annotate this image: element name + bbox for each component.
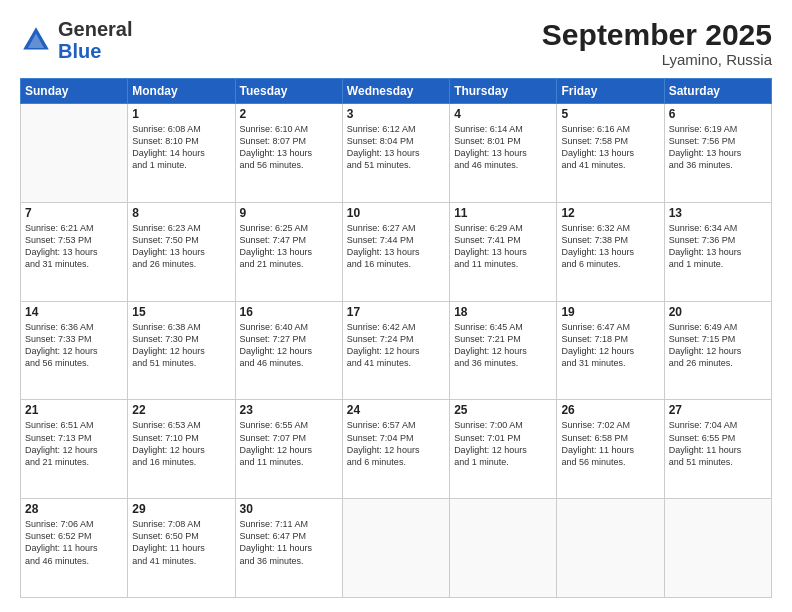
calendar-table: Sunday Monday Tuesday Wednesday Thursday… <box>20 78 772 598</box>
day-number: 25 <box>454 403 552 417</box>
day-number: 14 <box>25 305 123 319</box>
day-number: 6 <box>669 107 767 121</box>
day-number: 24 <box>347 403 445 417</box>
day-number: 28 <box>25 502 123 516</box>
day-info: Sunrise: 6:19 AM Sunset: 7:56 PM Dayligh… <box>669 123 767 172</box>
day-info: Sunrise: 6:49 AM Sunset: 7:15 PM Dayligh… <box>669 321 767 370</box>
col-wednesday: Wednesday <box>342 79 449 104</box>
day-number: 10 <box>347 206 445 220</box>
calendar-cell: 19Sunrise: 6:47 AM Sunset: 7:18 PM Dayli… <box>557 301 664 400</box>
day-info: Sunrise: 6:25 AM Sunset: 7:47 PM Dayligh… <box>240 222 338 271</box>
day-number: 30 <box>240 502 338 516</box>
calendar-cell: 29Sunrise: 7:08 AM Sunset: 6:50 PM Dayli… <box>128 499 235 598</box>
day-info: Sunrise: 7:04 AM Sunset: 6:55 PM Dayligh… <box>669 419 767 468</box>
day-info: Sunrise: 6:42 AM Sunset: 7:24 PM Dayligh… <box>347 321 445 370</box>
day-number: 9 <box>240 206 338 220</box>
calendar-week-5: 28Sunrise: 7:06 AM Sunset: 6:52 PM Dayli… <box>21 499 772 598</box>
calendar-cell: 12Sunrise: 6:32 AM Sunset: 7:38 PM Dayli… <box>557 202 664 301</box>
calendar-cell: 28Sunrise: 7:06 AM Sunset: 6:52 PM Dayli… <box>21 499 128 598</box>
day-number: 2 <box>240 107 338 121</box>
logo-blue: Blue <box>58 40 101 62</box>
logo-text: General Blue <box>58 18 132 62</box>
calendar-cell <box>450 499 557 598</box>
calendar-cell: 1Sunrise: 6:08 AM Sunset: 8:10 PM Daylig… <box>128 104 235 203</box>
day-number: 1 <box>132 107 230 121</box>
calendar-cell: 30Sunrise: 7:11 AM Sunset: 6:47 PM Dayli… <box>235 499 342 598</box>
calendar-cell: 15Sunrise: 6:38 AM Sunset: 7:30 PM Dayli… <box>128 301 235 400</box>
day-info: Sunrise: 6:12 AM Sunset: 8:04 PM Dayligh… <box>347 123 445 172</box>
calendar-cell: 7Sunrise: 6:21 AM Sunset: 7:53 PM Daylig… <box>21 202 128 301</box>
calendar-cell: 11Sunrise: 6:29 AM Sunset: 7:41 PM Dayli… <box>450 202 557 301</box>
header: General Blue September 2025 Lyamino, Rus… <box>20 18 772 68</box>
day-number: 29 <box>132 502 230 516</box>
day-info: Sunrise: 6:21 AM Sunset: 7:53 PM Dayligh… <box>25 222 123 271</box>
day-number: 13 <box>669 206 767 220</box>
day-number: 17 <box>347 305 445 319</box>
day-info: Sunrise: 6:45 AM Sunset: 7:21 PM Dayligh… <box>454 321 552 370</box>
day-info: Sunrise: 6:29 AM Sunset: 7:41 PM Dayligh… <box>454 222 552 271</box>
calendar-cell: 27Sunrise: 7:04 AM Sunset: 6:55 PM Dayli… <box>664 400 771 499</box>
day-number: 7 <box>25 206 123 220</box>
day-info: Sunrise: 6:57 AM Sunset: 7:04 PM Dayligh… <box>347 419 445 468</box>
day-info: Sunrise: 7:00 AM Sunset: 7:01 PM Dayligh… <box>454 419 552 468</box>
calendar-cell <box>664 499 771 598</box>
page: General Blue September 2025 Lyamino, Rus… <box>0 0 792 612</box>
day-number: 5 <box>561 107 659 121</box>
logo-general: General <box>58 18 132 40</box>
day-info: Sunrise: 6:16 AM Sunset: 7:58 PM Dayligh… <box>561 123 659 172</box>
day-info: Sunrise: 7:02 AM Sunset: 6:58 PM Dayligh… <box>561 419 659 468</box>
day-info: Sunrise: 6:08 AM Sunset: 8:10 PM Dayligh… <box>132 123 230 172</box>
calendar-cell: 18Sunrise: 6:45 AM Sunset: 7:21 PM Dayli… <box>450 301 557 400</box>
day-number: 3 <box>347 107 445 121</box>
day-info: Sunrise: 6:51 AM Sunset: 7:13 PM Dayligh… <box>25 419 123 468</box>
col-tuesday: Tuesday <box>235 79 342 104</box>
day-number: 4 <box>454 107 552 121</box>
col-monday: Monday <box>128 79 235 104</box>
day-info: Sunrise: 6:53 AM Sunset: 7:10 PM Dayligh… <box>132 419 230 468</box>
day-info: Sunrise: 7:08 AM Sunset: 6:50 PM Dayligh… <box>132 518 230 567</box>
day-info: Sunrise: 6:47 AM Sunset: 7:18 PM Dayligh… <box>561 321 659 370</box>
calendar-cell: 23Sunrise: 6:55 AM Sunset: 7:07 PM Dayli… <box>235 400 342 499</box>
day-info: Sunrise: 7:11 AM Sunset: 6:47 PM Dayligh… <box>240 518 338 567</box>
col-saturday: Saturday <box>664 79 771 104</box>
calendar-week-4: 21Sunrise: 6:51 AM Sunset: 7:13 PM Dayli… <box>21 400 772 499</box>
day-number: 11 <box>454 206 552 220</box>
calendar-cell: 6Sunrise: 6:19 AM Sunset: 7:56 PM Daylig… <box>664 104 771 203</box>
calendar-week-1: 1Sunrise: 6:08 AM Sunset: 8:10 PM Daylig… <box>21 104 772 203</box>
day-number: 27 <box>669 403 767 417</box>
calendar-cell: 8Sunrise: 6:23 AM Sunset: 7:50 PM Daylig… <box>128 202 235 301</box>
calendar-cell: 16Sunrise: 6:40 AM Sunset: 7:27 PM Dayli… <box>235 301 342 400</box>
calendar-cell: 14Sunrise: 6:36 AM Sunset: 7:33 PM Dayli… <box>21 301 128 400</box>
day-number: 8 <box>132 206 230 220</box>
calendar-cell <box>21 104 128 203</box>
day-info: Sunrise: 6:10 AM Sunset: 8:07 PM Dayligh… <box>240 123 338 172</box>
calendar-cell: 21Sunrise: 6:51 AM Sunset: 7:13 PM Dayli… <box>21 400 128 499</box>
calendar-header-row: Sunday Monday Tuesday Wednesday Thursday… <box>21 79 772 104</box>
calendar-week-2: 7Sunrise: 6:21 AM Sunset: 7:53 PM Daylig… <box>21 202 772 301</box>
day-number: 26 <box>561 403 659 417</box>
day-info: Sunrise: 6:36 AM Sunset: 7:33 PM Dayligh… <box>25 321 123 370</box>
calendar-cell: 4Sunrise: 6:14 AM Sunset: 8:01 PM Daylig… <box>450 104 557 203</box>
day-number: 12 <box>561 206 659 220</box>
day-info: Sunrise: 6:38 AM Sunset: 7:30 PM Dayligh… <box>132 321 230 370</box>
day-info: Sunrise: 6:27 AM Sunset: 7:44 PM Dayligh… <box>347 222 445 271</box>
col-thursday: Thursday <box>450 79 557 104</box>
day-info: Sunrise: 6:32 AM Sunset: 7:38 PM Dayligh… <box>561 222 659 271</box>
day-number: 21 <box>25 403 123 417</box>
calendar-cell: 5Sunrise: 6:16 AM Sunset: 7:58 PM Daylig… <box>557 104 664 203</box>
month-title: September 2025 <box>542 18 772 51</box>
calendar-cell <box>342 499 449 598</box>
day-number: 15 <box>132 305 230 319</box>
calendar-cell: 3Sunrise: 6:12 AM Sunset: 8:04 PM Daylig… <box>342 104 449 203</box>
day-number: 19 <box>561 305 659 319</box>
day-number: 16 <box>240 305 338 319</box>
location: Lyamino, Russia <box>542 51 772 68</box>
calendar-cell: 17Sunrise: 6:42 AM Sunset: 7:24 PM Dayli… <box>342 301 449 400</box>
calendar-cell: 13Sunrise: 6:34 AM Sunset: 7:36 PM Dayli… <box>664 202 771 301</box>
calendar-cell: 26Sunrise: 7:02 AM Sunset: 6:58 PM Dayli… <box>557 400 664 499</box>
day-number: 23 <box>240 403 338 417</box>
day-number: 20 <box>669 305 767 319</box>
calendar-cell: 20Sunrise: 6:49 AM Sunset: 7:15 PM Dayli… <box>664 301 771 400</box>
calendar-cell: 9Sunrise: 6:25 AM Sunset: 7:47 PM Daylig… <box>235 202 342 301</box>
calendar-week-3: 14Sunrise: 6:36 AM Sunset: 7:33 PM Dayli… <box>21 301 772 400</box>
